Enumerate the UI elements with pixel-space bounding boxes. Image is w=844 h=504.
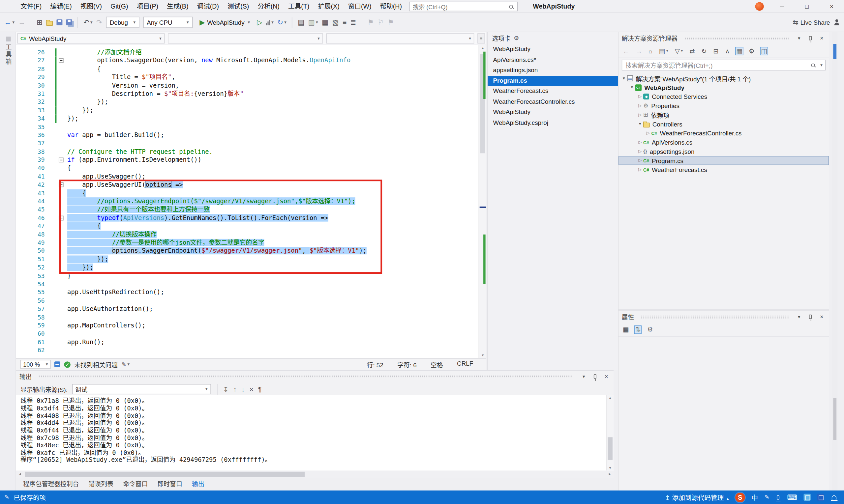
scrollbar-thumb[interactable] (25, 472, 305, 477)
solution-search-box[interactable]: 搜索解决方案资源管理器(Ctrl+;) ▾ (622, 60, 826, 71)
tree-item[interactable]: ▷⚙Properties (619, 101, 829, 110)
menu-item[interactable]: 视图(V) (76, 0, 106, 13)
code-line[interactable]: 29 Title = $"项目名", (16, 73, 486, 82)
gear-icon[interactable]: ⚙ (514, 35, 519, 41)
scroll-right-icon[interactable]: ▸ (606, 471, 614, 478)
prev-bookmark-icon[interactable]: ⚐ (378, 16, 384, 28)
chevron-collapsed-icon[interactable]: ▷ (637, 158, 643, 163)
menu-item[interactable]: 窗口(W) (344, 0, 376, 13)
tree-item[interactable]: ▷{}appsettings.json (619, 147, 829, 156)
prev-message-icon[interactable]: ↑ (234, 385, 237, 393)
indent-increase-icon[interactable]: ≡ (343, 16, 346, 28)
close-icon[interactable]: × (817, 35, 826, 41)
add-to-source-control[interactable]: ↥ 添加到源代码管理 ▴ (665, 493, 729, 502)
open-document-item[interactable]: ApiVersions.cs* (488, 55, 618, 65)
scroll-left-icon[interactable]: ◂ (16, 471, 24, 478)
pin-icon[interactable] (809, 36, 812, 40)
code-line[interactable]: 33 }); (16, 106, 486, 115)
code-line[interactable]: 34}); (16, 115, 486, 123)
find-in-files-icon[interactable]: ▤ (298, 16, 304, 28)
scrollbar-thumb[interactable] (608, 437, 613, 460)
maximize-button[interactable]: □ (795, 0, 819, 13)
menu-item[interactable]: 生成(B) (162, 0, 192, 13)
project-dropdown[interactable]: C#WebApiStudy▾ (17, 33, 165, 43)
chevron-collapsed-icon[interactable]: ▷ (637, 167, 643, 172)
save-icon[interactable] (56, 19, 62, 25)
open-document-item[interactable]: WebApiStudy (488, 44, 618, 55)
fold-toggle-icon[interactable] (59, 58, 64, 63)
navigate-back-icon[interactable]: ←▾ (4, 16, 15, 28)
code-line[interactable]: 27 options.SwaggerDoc(version, new Micro… (16, 57, 486, 65)
scroll-down-icon[interactable]: ▾ (607, 466, 614, 470)
tree-item[interactable]: ▷C#Program.cs (619, 156, 829, 165)
window-position-icon[interactable]: ▾ (795, 36, 803, 41)
code-line[interactable]: 55app.UseHttpsRedirection(); (16, 289, 486, 297)
app-icon-light-blue[interactable] (804, 494, 811, 501)
menu-item[interactable]: 编辑(E) (46, 0, 76, 13)
platform-dropdown[interactable]: Any CPU▾ (143, 17, 192, 28)
profiler-icon[interactable]: ▾ (266, 16, 274, 28)
pin-icon[interactable] (594, 374, 597, 378)
code-line[interactable]: 30 Version = version, (16, 82, 486, 90)
menu-item[interactable]: 工具(T) (284, 0, 313, 13)
next-bookmark-icon[interactable]: ⚑ (388, 16, 394, 28)
preview-selected-items-icon[interactable]: ◫ (760, 47, 768, 55)
chevron-collapsed-icon[interactable]: ▷ (637, 94, 643, 99)
close-button[interactable]: × (819, 0, 844, 13)
code-line[interactable]: 50 options.SwaggerEndpoint($"/swagger/V1… (16, 247, 486, 255)
chevron-expanded-icon[interactable]: ▾ (637, 122, 643, 126)
tree-item[interactable]: ▷C#WeatherForecastController.cs (619, 128, 829, 138)
code-line[interactable]: 45 //如果只有一个版本也要和上方保持一致 (16, 205, 486, 214)
line-indicator[interactable]: 行: 52 (367, 360, 383, 368)
hot-reload-icon[interactable]: ↻▾ (277, 16, 287, 28)
document-outline-icon[interactable]: ▥▾ (308, 16, 318, 28)
sync-with-active-document-icon[interactable]: ⇄ (688, 47, 696, 55)
app-icon-dark-blue[interactable] (817, 494, 824, 501)
spaces-indicator[interactable]: 空格 (431, 360, 443, 368)
code-line[interactable]: 58 (16, 313, 486, 322)
show-all-files-icon[interactable]: ▦ (735, 47, 743, 55)
refresh-icon[interactable]: ↻ (700, 47, 708, 55)
tree-item[interactable]: ▾解决方案“WebApiStudy”(1 个项目/共 1 个) (619, 74, 829, 83)
output-vertical-scrollbar[interactable]: ▴ ▾ (606, 395, 614, 471)
code-line[interactable]: 61app.Run(); (16, 338, 486, 346)
pen-icon[interactable]: ✎ (764, 494, 769, 501)
menu-item[interactable]: 调试(D) (192, 0, 223, 13)
mic-icon[interactable] (777, 495, 779, 499)
tree-item[interactable]: ▷Connected Services (619, 92, 829, 101)
s-logo-icon[interactable]: S (735, 492, 745, 502)
forward-icon[interactable]: → (635, 47, 643, 55)
close-icon[interactable]: × (817, 313, 826, 320)
member-dropdown[interactable]: ▾ (326, 33, 474, 43)
goto-message-icon[interactable]: ↧ (223, 385, 228, 393)
open-file-icon[interactable] (46, 19, 53, 26)
user-avatar[interactable] (755, 2, 764, 11)
output-horizontal-scrollbar[interactable]: ◂ ▸ (16, 471, 614, 478)
code-line[interactable]: 53} (16, 272, 486, 280)
tool-window-tab[interactable]: 程序包管理器控制台 (18, 478, 84, 490)
fold-toggle-icon[interactable] (59, 158, 64, 162)
fold-toggle-icon[interactable] (59, 182, 64, 187)
code-cleanup-icon[interactable]: ✎▾ (121, 358, 130, 370)
keyboard-icon[interactable]: ⌨ (787, 493, 797, 501)
tree-item[interactable]: ▷C#WeatherForecast.cs (619, 165, 829, 174)
scroll-up-icon[interactable]: ▴ (479, 46, 487, 50)
scroll-indicator-gray[interactable] (833, 398, 837, 440)
comment-icon[interactable]: ▧ (332, 16, 339, 28)
open-document-item[interactable]: WeatherForecastController.cs (488, 96, 618, 107)
code-line[interactable]: 47 { (16, 222, 486, 231)
code-line[interactable]: 40{ (16, 164, 486, 173)
code-line[interactable]: 44 //options.SwaggerEndpoint($"/swagger/… (16, 197, 486, 205)
chevron-collapsed-icon[interactable]: ▷ (637, 140, 643, 145)
chevron-collapsed-icon[interactable]: ▷ (645, 131, 652, 136)
code-line[interactable]: 59app.MapControllers(); (16, 322, 486, 330)
tool-window-tab[interactable]: 错误列表 (84, 478, 118, 490)
code-line[interactable]: 37 (16, 139, 486, 148)
code-line[interactable]: 31 Description = $"项目名:{version}版本" (16, 90, 486, 98)
open-document-item[interactable]: appsettings.json (488, 65, 618, 76)
categorized-icon[interactable]: ▦ (622, 325, 630, 334)
next-message-icon[interactable]: ↓ (241, 385, 245, 393)
indent-decrease-icon[interactable]: ≣ (350, 16, 356, 28)
code-line[interactable]: 46 typeof(ApiVersions).GetEnumNames().To… (16, 214, 486, 222)
undo-icon[interactable]: ↶▾ (83, 16, 93, 28)
